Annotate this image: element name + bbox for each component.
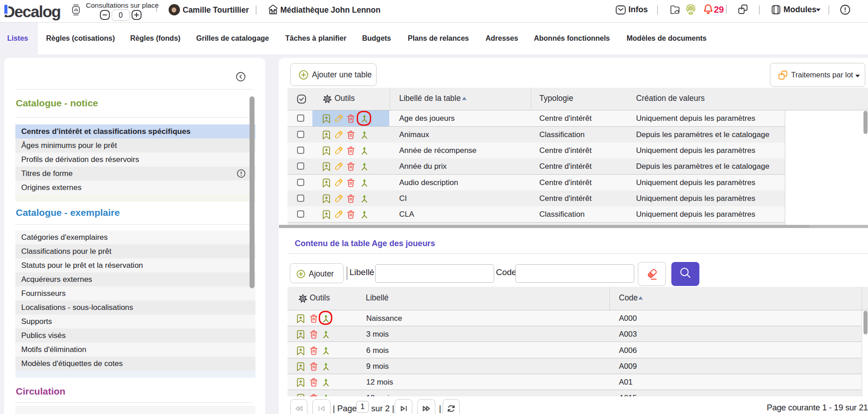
svg-text:Decalog: Decalog [4, 3, 61, 20]
